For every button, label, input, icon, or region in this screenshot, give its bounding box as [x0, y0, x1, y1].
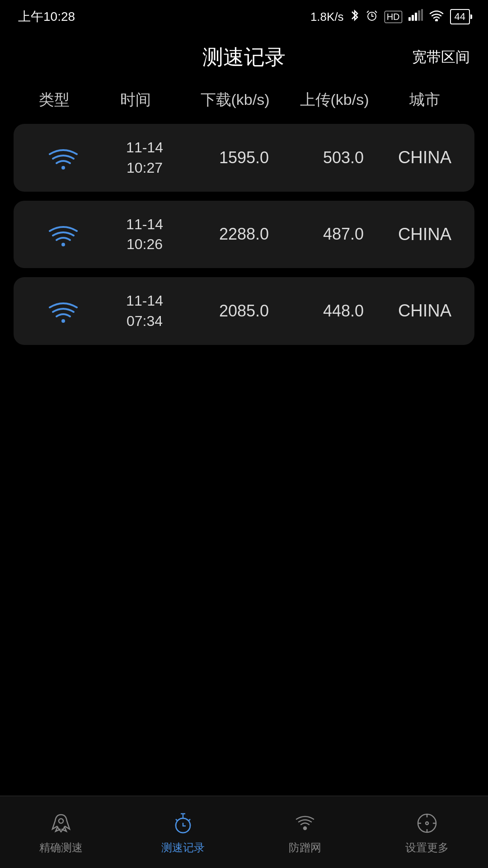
record-type-icon — [32, 298, 95, 323]
bottom-nav: 精确测速 测速记录 防蹭网 — [0, 796, 488, 868]
record-city: CHINA — [393, 301, 456, 321]
record-city: CHINA — [393, 225, 456, 244]
nav-label-records: 测速记录 — [161, 840, 205, 855]
svg-line-17 — [189, 819, 190, 821]
page-header: 测速记录 宽带区间 — [0, 30, 488, 80]
svg-line-2 — [375, 11, 377, 13]
record-type-icon — [32, 222, 95, 247]
svg-point-9 — [61, 166, 65, 170]
nav-item-records[interactable]: 测速记录 — [122, 810, 244, 855]
svg-point-11 — [61, 319, 65, 323]
alarm-icon — [366, 9, 378, 25]
col-header-download: 下载(kb/s) — [185, 90, 285, 110]
nav-label-settings: 设置更多 — [405, 840, 449, 855]
svg-rect-4 — [412, 15, 414, 21]
record-time: 11-14 10:26 — [95, 214, 194, 255]
nav-item-anti-deng[interactable]: 防蹭网 — [244, 810, 366, 855]
signal-icon — [408, 9, 423, 25]
svg-point-19 — [304, 827, 306, 830]
table-row: 11-14 10:26 2288.0 487.0 CHINA — [14, 201, 474, 269]
record-city: CHINA — [393, 148, 456, 167]
record-type-icon — [32, 145, 95, 170]
nav-label-speed-test: 精确测速 — [39, 840, 83, 855]
rocket-icon — [47, 810, 75, 837]
stopwatch-icon — [169, 810, 197, 837]
table-header: 类型 时间 下载(kb/s) 上传(kb/s) 城市 — [0, 80, 488, 119]
svg-point-12 — [59, 819, 63, 823]
compass-icon — [413, 810, 441, 837]
col-header-city: 城市 — [384, 90, 465, 110]
nav-item-speed-test[interactable]: 精确测速 — [0, 810, 122, 855]
page-title: 测速记录 — [202, 43, 286, 71]
wifi-status-icon — [429, 9, 444, 24]
hd-badge: HD — [385, 11, 402, 23]
wifi-shield-icon — [291, 810, 319, 837]
svg-rect-6 — [418, 10, 420, 21]
svg-point-21 — [426, 822, 428, 825]
bandwidth-range-button[interactable]: 宽带区间 — [412, 47, 470, 67]
records-list: 11-14 10:27 1595.0 503.0 CHINA 11-14 10:… — [0, 119, 488, 349]
svg-line-16 — [176, 819, 177, 821]
svg-line-1 — [367, 11, 369, 13]
record-upload: 503.0 — [294, 148, 393, 167]
record-upload: 487.0 — [294, 225, 393, 244]
record-upload: 448.0 — [294, 302, 393, 321]
svg-rect-3 — [408, 17, 411, 21]
table-row: 11-14 07:34 2085.0 448.0 CHINA — [14, 277, 474, 345]
record-download: 1595.0 — [194, 148, 294, 167]
status-time: 上午10:28 — [18, 8, 75, 25]
record-download: 2288.0 — [194, 225, 294, 244]
status-bar: 上午10:28 1.8K/s HD — [0, 0, 488, 30]
svg-point-8 — [436, 19, 437, 21]
record-download: 2085.0 — [194, 302, 294, 321]
battery-icon: 44 — [450, 9, 470, 24]
col-header-upload: 上传(kb/s) — [285, 90, 384, 110]
nav-label-anti-deng: 防蹭网 — [289, 840, 321, 855]
svg-point-10 — [61, 243, 65, 246]
svg-rect-7 — [421, 9, 423, 21]
network-speed: 1.8K/s — [310, 10, 344, 24]
table-row: 11-14 10:27 1595.0 503.0 CHINA — [14, 124, 474, 192]
col-header-time: 时间 — [86, 90, 185, 110]
record-time: 11-14 10:27 — [95, 137, 194, 178]
record-time: 11-14 07:34 — [95, 291, 194, 331]
col-header-type: 类型 — [23, 90, 86, 110]
bluetooth-icon — [350, 9, 359, 25]
nav-item-settings[interactable]: 设置更多 — [366, 810, 488, 855]
status-icons: 1.8K/s HD — [310, 9, 470, 25]
svg-rect-5 — [415, 13, 417, 21]
